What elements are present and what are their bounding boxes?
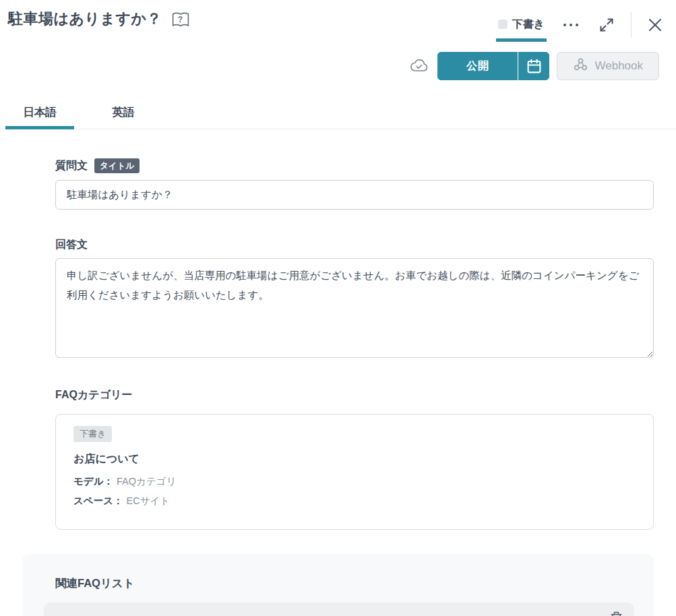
close-icon[interactable]: [646, 16, 664, 34]
faq-edit-panel: 駐車場はありますか？ ? 下書き: [0, 0, 676, 616]
tab-english[interactable]: 英語: [89, 99, 158, 129]
cloud-saved-icon: [409, 57, 429, 75]
category-status-badge: 下書き: [73, 426, 112, 442]
page-title: 駐車場はありますか？: [8, 9, 162, 29]
status-badge: 下書き: [498, 18, 545, 33]
delete-item-button[interactable]: [609, 611, 623, 616]
related-faq-item: 関連FAQ: [44, 603, 634, 616]
expand-icon[interactable]: [597, 16, 616, 34]
tab-japanese[interactable]: 日本語: [5, 99, 74, 129]
space-value: ECサイト: [127, 495, 171, 507]
header-divider: [631, 12, 632, 38]
draft-status-dot-icon: [498, 20, 508, 29]
status-label: 下書き: [512, 18, 545, 32]
question-label-row: 質問文 タイトル: [55, 158, 654, 173]
webhook-icon: [573, 57, 588, 75]
help-book-icon[interactable]: ?: [171, 11, 190, 28]
webhook-button[interactable]: Webhook: [557, 52, 659, 80]
answer-label-row: 回答文: [55, 238, 654, 252]
related-faq-item-title: 関連FAQ: [44, 603, 634, 616]
answer-textarea[interactable]: 申し訳ございませんが、当店専用の駐車場はご用意がございません。お車でお越しの際は…: [55, 258, 654, 358]
language-tabs: 日本語 英語: [0, 99, 676, 129]
category-model-row: モデル： FAQカテゴリ: [73, 475, 636, 488]
related-faq-section: 関連FAQリスト 関連F: [22, 554, 654, 616]
question-input[interactable]: [55, 180, 654, 210]
form-content: 質問文 タイトル 回答文 申し訳ございませんが、当店専用の駐車場はご用意がござい…: [55, 158, 654, 530]
panel-header: 駐車場はありますか？ ? 下書き: [0, 0, 676, 38]
category-space-row: スペース： ECサイト: [73, 495, 636, 507]
space-label: スペース：: [73, 495, 123, 507]
title-field-badge: タイトル: [94, 158, 140, 173]
publish-button[interactable]: 公開: [437, 52, 518, 80]
category-field-label: FAQカテゴリー: [55, 388, 132, 402]
related-faq-heading: 関連FAQリスト: [55, 576, 654, 591]
category-reference-card[interactable]: 下書き お店について モデル： FAQカテゴリ スペース： ECサイト: [55, 414, 654, 530]
publish-button-group: 公開: [437, 52, 549, 80]
schedule-publish-button[interactable]: [518, 52, 549, 80]
svg-text:?: ?: [178, 15, 183, 24]
webhook-label: Webhook: [594, 59, 643, 73]
model-value: FAQカテゴリ: [117, 475, 176, 488]
repeater-item-tools: [557, 611, 623, 616]
category-card-title: お店について: [73, 452, 636, 466]
answer-field-label: 回答文: [55, 238, 88, 252]
action-toolbar: 公開 Webhook: [0, 52, 676, 80]
model-label: モデル：: [73, 475, 113, 488]
question-field-label: 質問文: [55, 159, 88, 173]
category-label-row: FAQカテゴリー: [55, 388, 654, 402]
more-menu-button[interactable]: [561, 21, 581, 29]
